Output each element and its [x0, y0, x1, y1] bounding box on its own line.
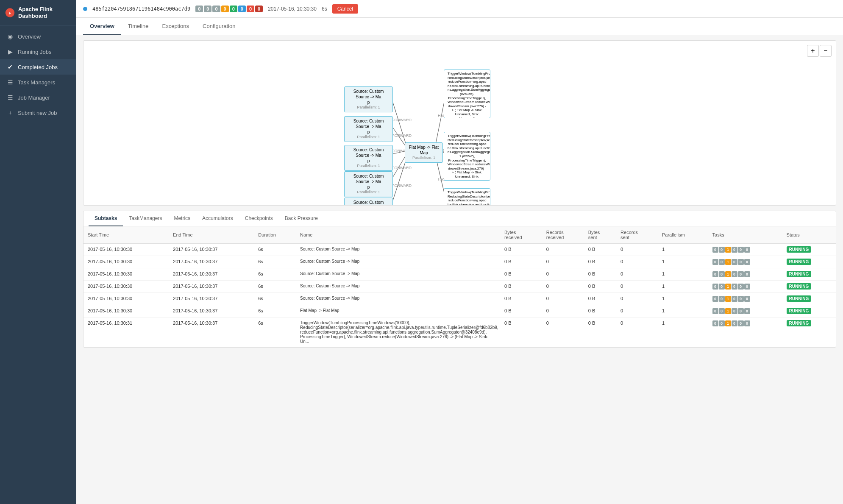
cell-duration: 6s: [254, 293, 296, 305]
table-row: 2017-05-16, 10:30:30 2017-05-16, 10:30:3…: [83, 256, 836, 268]
svg-line-5: [391, 154, 406, 181]
tab-exceptions[interactable]: Exceptions: [155, 18, 196, 35]
svg-text:FORWARD: FORWARD: [392, 134, 412, 138]
subtask-tab-taskmanagers[interactable]: TaskManagers: [123, 211, 168, 226]
cell-parallelism: 1: [658, 293, 708, 305]
cell-bytes-sent: 0 B: [584, 244, 616, 256]
svg-text:FORWARD: FORWARD: [392, 118, 412, 122]
table-row: 2017-05-16, 10:30:30 2017-05-16, 10:30:3…: [83, 293, 836, 305]
cell-end-time: 2017-05-16, 10:30:37: [169, 293, 254, 305]
cell-records-sent: 0: [616, 305, 658, 317]
tab-timeline[interactable]: Timeline: [121, 18, 156, 35]
cell-records-received: 0: [542, 305, 584, 317]
task-badge-failed: 0: [738, 247, 744, 253]
cell-records-received: 0: [542, 256, 584, 268]
sidebar-item-task-managers[interactable]: ☰ Task Managers: [0, 75, 76, 90]
cell-bytes-sent: 0 B: [584, 305, 616, 317]
cell-records-sent: 0: [616, 317, 658, 347]
sidebar-item-completed-jobs[interactable]: ✔ Completed Jobs: [0, 59, 76, 75]
status-badges: 0 0 0 0 0 0 0 0: [195, 6, 263, 12]
task-badge-extra: 0: [744, 259, 750, 265]
flink-logo-icon: F: [5, 7, 15, 19]
task-badge-running: 1: [725, 284, 731, 290]
subtask-section: Subtasks TaskManagers Metrics Accumulato…: [83, 211, 836, 348]
source-node-2[interactable]: Source: Custom Source -> Ma p Parallelis…: [344, 116, 393, 142]
trigger-node-2[interactable]: TriggerWindow(TumblingProcessingTimeWind…: [444, 132, 490, 181]
cell-tasks: 0 0 1 0 0 0: [708, 293, 782, 305]
sidebar-item-overview[interactable]: ◉ Overview: [0, 29, 76, 44]
task-badge-extra: 0: [744, 320, 750, 326]
task-badge-running: 1: [725, 247, 731, 253]
cell-records-received: 0: [542, 281, 584, 293]
sidebar-item-submit-job[interactable]: + Submit new Job: [0, 105, 76, 120]
svg-text:FORWARD: FORWARD: [392, 184, 412, 188]
trigger-node-1[interactable]: TriggerWindow(TumblingProcessingTimeWind…: [444, 70, 490, 118]
cell-records-sent: 0: [616, 268, 658, 281]
cancel-button[interactable]: Cancel: [332, 4, 358, 14]
cell-parallelism: 1: [658, 281, 708, 293]
cell-records-sent: 0: [616, 293, 658, 305]
graph-canvas: FORWARD FORWARD FORWARD FORWARD FORWARD …: [83, 41, 836, 205]
task-badges: 0 0 1 0 0 0: [712, 308, 751, 314]
sidebar-item-job-manager[interactable]: ☰ Job Manager: [0, 90, 76, 105]
task-badge-scheduled: 0: [719, 259, 725, 265]
task-badge-finished: 0: [732, 284, 737, 290]
task-badge-finished: 0: [732, 247, 737, 253]
cell-status: RUNNING: [782, 256, 836, 268]
running-jobs-icon: ▶: [7, 48, 14, 55]
sidebar-item-running-jobs-label: Running Jobs: [18, 49, 52, 55]
task-badge-finished: 0: [732, 308, 737, 314]
task-badge-scheduled: 0: [719, 296, 725, 302]
zoom-out-button[interactable]: −: [820, 45, 832, 57]
svg-text:FORWARD: FORWARD: [392, 166, 412, 170]
table-row: 2017-05-16, 10:30:30 2017-05-16, 10:30:3…: [83, 281, 836, 293]
subtask-tab-subtasks[interactable]: Subtasks: [89, 211, 123, 226]
table-row: 2017-05-16, 10:30:30 2017-05-16, 10:30:3…: [83, 268, 836, 281]
sidebar-item-overview-label: Overview: [18, 33, 41, 40]
source-node-3[interactable]: Source: Custom Source -> Ma p Parallelis…: [344, 145, 393, 171]
cell-end-time: 2017-05-16, 10:30:37: [169, 305, 254, 317]
cell-records-sent: 0: [616, 281, 658, 293]
task-badge-scheduled: 0: [719, 308, 725, 314]
cell-bytes-received: 0 B: [500, 281, 542, 293]
source-node-4[interactable]: Source: Custom Source -> Ma p Parallelis…: [344, 171, 393, 197]
cell-bytes-received: 0 B: [500, 244, 542, 256]
sidebar-item-running-jobs[interactable]: ▶ Running Jobs: [0, 44, 76, 59]
task-badge-failed: 0: [738, 284, 744, 290]
tab-configuration[interactable]: Configuration: [196, 18, 242, 35]
cell-start-time: 2017-05-16, 10:30:30: [83, 256, 169, 268]
subtask-tab-backpressure[interactable]: Back Pressure: [279, 211, 324, 226]
cell-records-received: 0: [542, 268, 584, 281]
cell-name: Source: Custom Source -> Map: [296, 256, 500, 268]
badge-running-count: 0: [221, 6, 229, 12]
task-badge-finished: 0: [732, 296, 737, 302]
cell-parallelism: 1: [658, 317, 708, 347]
cell-tasks: 0 0 1 0 0 0: [708, 305, 782, 317]
subtask-tab-nav: Subtasks TaskManagers Metrics Accumulato…: [83, 211, 836, 226]
tab-overview[interactable]: Overview: [83, 18, 121, 35]
subtask-tab-checkpoints[interactable]: Checkpoints: [239, 211, 279, 226]
cell-tasks: 0 0 1 0 0 0: [708, 317, 782, 347]
task-badge-scheduled: 0: [719, 320, 725, 326]
cell-name: Source: Custom Source -> Map: [296, 268, 500, 281]
source-node-1[interactable]: Source: Custom Source -> Ma p Parallelis…: [344, 86, 393, 112]
task-badge-running: 1: [725, 296, 731, 302]
overview-icon: ◉: [7, 33, 14, 40]
sidebar-item-job-manager-label: Job Manager: [18, 95, 50, 101]
cell-end-time: 2017-05-16, 10:30:37: [169, 244, 254, 256]
cell-records-sent: 0: [616, 256, 658, 268]
flatmap-node[interactable]: Flat Map -> Flat Map Parallelism: 1: [405, 142, 443, 163]
cell-start-time: 2017-05-16, 10:30:30: [83, 305, 169, 317]
subtask-tab-metrics[interactable]: Metrics: [168, 211, 196, 226]
zoom-in-button[interactable]: +: [807, 45, 819, 57]
cell-status: RUNNING: [782, 305, 836, 317]
subtask-tab-accumulators[interactable]: Accumulators: [196, 211, 239, 226]
source-node-5[interactable]: Source: Custom Source -> Ma p Parallelis…: [344, 198, 393, 205]
cell-parallelism: 1: [658, 268, 708, 281]
task-badge-created: 0: [712, 247, 718, 253]
main-tab-nav: Overview Timeline Exceptions Configurati…: [76, 18, 843, 35]
col-name: Name: [296, 226, 500, 244]
task-badge-created: 0: [712, 284, 718, 290]
trigger-node-3[interactable]: TriggerWindow(TumblingProcessingTimeWind…: [444, 188, 490, 205]
col-duration: Duration: [254, 226, 296, 244]
